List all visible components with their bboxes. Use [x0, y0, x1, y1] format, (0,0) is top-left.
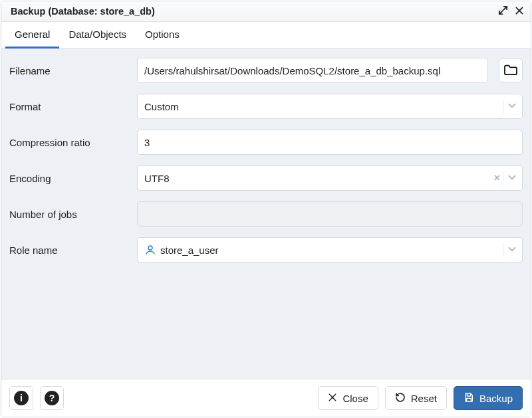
compression-input[interactable] [144, 137, 518, 148]
label-jobs: Number of jobs [9, 209, 130, 220]
help-icon: ? [45, 391, 59, 405]
dialog-title: Backup (Database: store_a_db) [11, 6, 155, 17]
tab-options[interactable]: Options [136, 22, 189, 49]
label-role: Role name [9, 245, 130, 256]
info-button[interactable]: i [9, 386, 33, 410]
filename-field[interactable] [137, 58, 488, 83]
divider [503, 171, 503, 185]
format-value: Custom [144, 101, 503, 112]
jobs-field [137, 201, 523, 227]
label-format: Format [9, 101, 130, 112]
user-icon [144, 244, 156, 256]
svg-point-0 [148, 246, 152, 250]
compression-field[interactable] [137, 130, 523, 155]
encoding-value: UTF8 [144, 173, 494, 184]
reset-label: Reset [411, 393, 437, 404]
row-role: Role name store_a_user [9, 237, 523, 262]
clear-icon[interactable]: × [494, 172, 500, 184]
folder-icon [503, 64, 518, 78]
save-icon [464, 392, 474, 405]
label-encoding: Encoding [9, 173, 130, 184]
row-compression: Compression ratio [9, 130, 523, 155]
row-encoding: Encoding UTF8 × [9, 165, 523, 191]
backup-button[interactable]: Backup [454, 386, 523, 410]
maximize-icon[interactable] [498, 5, 508, 17]
help-button[interactable]: ? [40, 386, 64, 410]
divider [503, 99, 503, 114]
tab-bar: General Data/Objects Options [1, 22, 531, 49]
filename-input[interactable] [144, 65, 483, 76]
tab-general[interactable]: General [5, 22, 59, 49]
divider [503, 243, 503, 257]
chevron-down-icon[interactable] [506, 243, 518, 257]
role-value: store_a_user [160, 245, 503, 256]
close-icon[interactable] [515, 6, 524, 17]
reset-button[interactable]: Reset [385, 386, 447, 410]
tab-data-objects[interactable]: Data/Objects [59, 22, 136, 49]
backup-dialog: Backup (Database: store_a_db) General Da… [1, 1, 531, 417]
label-filename: Filename [9, 65, 130, 76]
format-select[interactable]: Custom [137, 94, 523, 119]
dialog-footer: i ? Close Reset [1, 379, 531, 417]
close-button[interactable]: Close [318, 386, 378, 410]
browse-button[interactable] [499, 58, 523, 82]
backup-label: Backup [479, 393, 513, 404]
label-compression: Compression ratio [9, 137, 130, 148]
chevron-down-icon[interactable] [506, 171, 518, 185]
dialog-titlebar: Backup (Database: store_a_db) [1, 1, 531, 22]
chevron-down-icon[interactable] [506, 100, 518, 114]
row-filename: Filename [9, 58, 523, 83]
row-format: Format Custom [9, 94, 523, 119]
encoding-select[interactable]: UTF8 × [137, 165, 523, 191]
role-select[interactable]: store_a_user [137, 237, 523, 262]
x-icon [328, 393, 337, 404]
window-controls [498, 5, 524, 17]
close-label: Close [342, 393, 368, 404]
info-icon: i [14, 391, 29, 405]
form-body: Filename Format Custom [1, 49, 531, 379]
row-jobs: Number of jobs [9, 201, 523, 227]
reset-icon [395, 392, 406, 405]
